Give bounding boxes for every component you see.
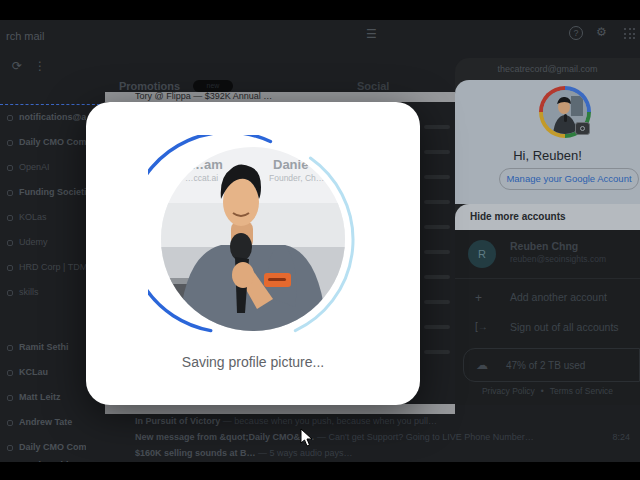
email-snippet: — Can't get Support? Going to LIVE Phone…	[315, 432, 534, 442]
email-snippet: Tory @ Flippa — $392K Annual …	[135, 91, 272, 101]
help-icon[interactable]: ?	[569, 26, 583, 40]
account-panel-header: Hi, Reuben! Manage your Google Account	[455, 80, 640, 204]
avatar[interactable]	[539, 86, 591, 138]
email-subject: New message from &quot;Daily CMO&q…	[135, 432, 315, 442]
label-icon	[7, 370, 13, 376]
sidebar-item[interactable]: KCLau	[0, 363, 86, 381]
email-subject: $160K selling sounds at B…	[135, 448, 256, 458]
storage-usage-text: 47% of 2 TB used	[506, 360, 585, 371]
storage-card[interactable]: ☁ 47% of 2 TB used	[463, 348, 640, 382]
label-icon	[7, 165, 13, 171]
sidebar-item[interactable]: Funding Societies	[0, 183, 86, 201]
saving-status-text: Saving profile picture...	[86, 354, 420, 370]
cloud-storage-icon: ☁	[476, 358, 488, 372]
sign-out-icon: [→	[475, 322, 488, 332]
mouse-cursor	[300, 428, 313, 447]
account-name: Reuben Chng	[510, 240, 578, 252]
saving-profile-modal: …am …ccat.ai Danie Founder, Ch… Sa	[86, 102, 420, 405]
settings-gear-icon[interactable]: ⚙	[596, 26, 607, 38]
sidebar-item[interactable]: notifications@app	[0, 108, 86, 126]
email-row[interactable]: In Pursuit of Victory — because when you…	[135, 416, 640, 430]
email-row-highlight[interactable]: Tory @ Flippa — $392K Annual …	[105, 92, 455, 102]
sidebar-item[interactable]: Daily CMO Community	[0, 438, 86, 456]
active-account-email: thecatrecord@gmail.com	[455, 64, 640, 74]
sidebar-item[interactable]: HRD Corp | TDMS	[0, 258, 86, 276]
label-icon	[7, 395, 13, 401]
label-icon	[7, 420, 13, 426]
search-input[interactable]: rch mail	[6, 30, 45, 42]
sidebar-item[interactable]: Andrew Tate	[0, 413, 86, 431]
sidebar-item[interactable]: Ramit Sethi	[0, 456, 86, 462]
microphone-head	[230, 233, 252, 261]
panel-footer: Privacy Policy•Terms of Service	[455, 386, 640, 396]
email-row[interactable]: New message from &quot;Daily CMO&q… — Ca…	[135, 432, 640, 446]
email-row-highlight[interactable]	[105, 404, 455, 414]
sidebar-item[interactable]: Matt Leitz	[0, 388, 86, 406]
label-icon	[7, 265, 13, 271]
label-icon	[7, 290, 13, 296]
bg-caption-left-sub: …ccat.ai	[185, 173, 218, 183]
more-options-icon[interactable]: ⋮	[34, 60, 46, 72]
change-photo-camera-icon[interactable]	[575, 122, 590, 135]
account-list-section: R Reuben Chng reuben@seoinsights.com + A…	[455, 230, 640, 405]
manage-account-button[interactable]: Manage your Google Account	[499, 168, 639, 190]
email-time: 8:24	[612, 432, 630, 442]
sidebar-item[interactable]: Udemy	[0, 233, 86, 251]
sidebar-item[interactable]: skills	[0, 283, 86, 301]
refresh-icon[interactable]: ⟳	[12, 60, 22, 72]
sign-out-button[interactable]: Sign out of all accounts	[510, 321, 619, 333]
hide-more-accounts-button[interactable]: Hide more accounts	[455, 204, 640, 230]
google-account-panel: thecatrecord@gmail.com Hi, Reuben! Manag…	[455, 58, 640, 405]
label-icon	[7, 240, 13, 246]
sidebar-item[interactable]: Ramit Sethi	[0, 338, 86, 356]
label-icon	[7, 140, 13, 146]
label-icon	[7, 445, 13, 451]
label-icon	[7, 115, 13, 121]
divider	[455, 278, 640, 279]
sidebar-item[interactable]: OpenAI	[0, 158, 86, 176]
search-tune-icon[interactable]: ☰	[366, 28, 377, 40]
email-snippet: — because when you push, because when yo…	[220, 416, 437, 426]
privacy-policy-link[interactable]: Privacy Policy	[482, 386, 535, 396]
email-row[interactable]: $160K selling sounds at B… — 5 ways audi…	[135, 448, 640, 462]
screen: rch mail ☰ ? ⚙ ⟳ ⋮ Promotions new Social…	[0, 0, 640, 480]
add-account-icon: +	[475, 292, 482, 304]
tab-indicator	[0, 104, 100, 105]
google-apps-icon[interactable]	[624, 28, 636, 40]
bg-caption-right-sub: Founder, Ch…	[269, 173, 324, 183]
label-icon	[7, 345, 13, 351]
profile-photo: …am …ccat.ai Danie Founder, Ch…	[161, 147, 345, 331]
sidebar-item[interactable]: Daily CMO Commu	[0, 133, 86, 151]
account-avatar: R	[468, 240, 496, 268]
tab-social[interactable]: Social	[357, 80, 389, 92]
terms-link[interactable]: Terms of Service	[550, 386, 613, 396]
account-email: reuben@seoinsights.com	[510, 254, 606, 264]
greeting-text: Hi, Reuben!	[455, 148, 640, 163]
email-snippet: — 5 ways audio pays…	[256, 448, 353, 458]
sidebar-item[interactable]: KOLas	[0, 208, 86, 226]
email-subject: In Pursuit of Victory	[135, 416, 220, 426]
label-icon	[7, 190, 13, 196]
label-icon	[7, 215, 13, 221]
footer-dot: •	[541, 386, 544, 396]
add-account-button[interactable]: Add another account	[510, 291, 607, 303]
hand	[232, 262, 254, 288]
